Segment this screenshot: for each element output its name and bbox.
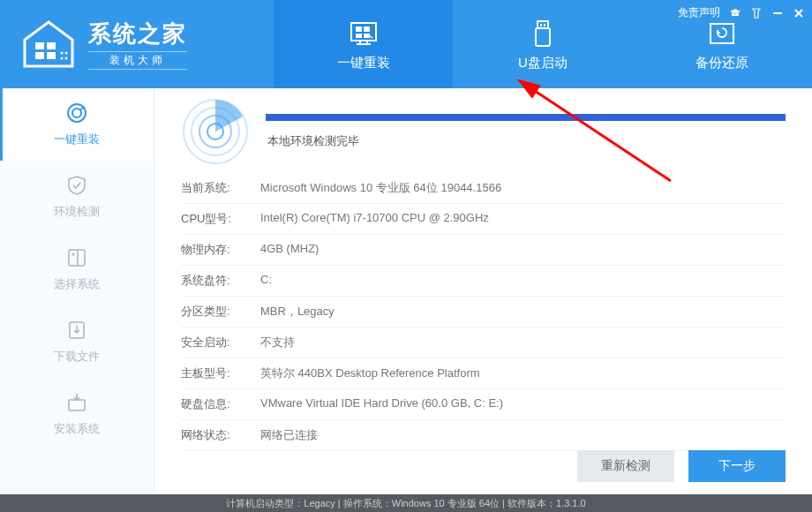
info-label: 网络状态: (181, 427, 260, 443)
svg-rect-26 (69, 250, 85, 266)
sidebar: 一键重装 环境检测 选择系统 下载文件 安装系统 (0, 88, 154, 494)
info-row: 硬盘信息:VMware Virtual IDE Hard Drive (60.0… (181, 389, 786, 420)
hat-icon[interactable] (729, 7, 741, 19)
topbar-right: 免责声明 (678, 5, 805, 20)
info-value: 不支持 (260, 335, 786, 350)
sidebar-label: 安装系统 (54, 421, 100, 437)
svg-rect-0 (35, 42, 44, 49)
tab-reinstall[interactable]: 一键重装 (274, 0, 453, 88)
rescan-button[interactable]: 重新检测 (577, 450, 674, 482)
svg-rect-18 (544, 24, 545, 26)
info-label: 分区类型: (181, 304, 260, 320)
svg-rect-10 (364, 26, 370, 32)
sidebar-item-reinstall[interactable]: 一键重装 (0, 88, 154, 161)
info-label: 安全启动: (181, 335, 260, 350)
backup-icon (706, 18, 738, 49)
svg-rect-29 (69, 400, 85, 410)
radar-icon (181, 97, 250, 166)
disclaimer-link[interactable]: 免责声明 (678, 5, 720, 20)
tab-label: U盘启动 (518, 55, 568, 72)
main-content: 本地环境检测完毕 当前系统:Microsoft Windows 10 专业版 6… (154, 88, 812, 494)
sidebar-label: 选择系统 (54, 276, 100, 292)
info-label: 当前系统: (181, 180, 260, 196)
header: 系统之家 装机大师 一键重装 U盘启动 备份还原 免责声明 (0, 0, 812, 88)
svg-rect-2 (35, 52, 44, 59)
svg-rect-11 (356, 34, 362, 38)
info-value: MBR，Legacy (260, 304, 786, 320)
svg-point-6 (61, 57, 64, 60)
info-value: C: (260, 273, 786, 289)
shield-icon (65, 174, 88, 197)
progress-bar (266, 114, 786, 121)
sidebar-item-select-system[interactable]: 选择系统 (0, 233, 154, 305)
minimize-icon[interactable] (771, 7, 784, 19)
tab-label: 备份还原 (695, 55, 748, 72)
info-row: 网络状态:网络已连接 (181, 420, 786, 451)
monitor-icon (348, 18, 380, 49)
sidebar-item-env-check[interactable]: 环境检测 (0, 161, 154, 233)
logo-area: 系统之家 装机大师 (0, 0, 274, 88)
info-value: VMware Virtual IDE Hard Drive (60.0 GB, … (260, 396, 786, 412)
download-icon (65, 319, 88, 342)
svg-rect-20 (710, 24, 733, 43)
svg-rect-19 (536, 28, 550, 46)
scan-status: 本地环境检测完毕 (267, 133, 786, 149)
logo-subtitle: 装机大师 (88, 51, 187, 70)
info-label: 系统盘符: (181, 273, 260, 289)
svg-rect-16 (538, 21, 548, 28)
info-value: Microsoft Windows 10 专业版 64位 19044.1566 (260, 180, 786, 196)
sidebar-label: 一键重装 (54, 132, 100, 147)
info-value: Intel(R) Core(TM) i7-10700 CPU @ 2.90GHz (260, 211, 786, 227)
sidebar-label: 环境检测 (54, 204, 100, 220)
svg-point-24 (68, 104, 86, 122)
close-icon[interactable] (793, 7, 805, 19)
svg-point-4 (61, 52, 64, 55)
info-label: 硬盘信息: (181, 396, 260, 412)
tab-label: 一键重装 (337, 55, 390, 72)
tab-usb-boot[interactable]: U盘启动 (453, 0, 632, 88)
info-label: 主板型号: (181, 365, 260, 381)
select-icon (65, 246, 88, 269)
svg-point-5 (65, 52, 68, 55)
sidebar-label: 下载文件 (54, 349, 100, 365)
info-row: 主板型号:英特尔 440BX Desktop Reference Platfor… (181, 358, 786, 389)
next-button[interactable]: 下一步 (688, 450, 786, 482)
theme-icon[interactable] (750, 7, 763, 19)
info-value: 4GB (MHZ) (260, 242, 786, 258)
info-row: 物理内存:4GB (MHZ) (181, 235, 786, 266)
info-row: CPU型号:Intel(R) Core(TM) i7-10700 CPU @ 2… (181, 204, 786, 235)
logo-title: 系统之家 (88, 19, 187, 49)
install-icon (65, 391, 88, 414)
svg-rect-1 (47, 42, 56, 49)
target-icon (65, 102, 88, 124)
info-row: 安全启动:不支持 (181, 328, 786, 358)
footer-status: 计算机启动类型：Legacy | 操作系统：Windows 10 专业版 64位… (0, 494, 812, 512)
sidebar-item-install[interactable]: 安装系统 (0, 378, 154, 450)
svg-point-27 (72, 253, 75, 256)
info-row: 系统盘符:C: (181, 266, 786, 297)
sidebar-item-download[interactable]: 下载文件 (0, 305, 154, 378)
info-label: 物理内存: (181, 242, 260, 258)
info-value: 英特尔 440BX Desktop Reference Platform (260, 365, 786, 381)
info-row: 当前系统:Microsoft Windows 10 专业版 64位 19044.… (181, 173, 786, 204)
svg-point-7 (65, 57, 68, 60)
info-label: CPU型号: (181, 211, 260, 227)
info-table: 当前系统:Microsoft Windows 10 专业版 64位 19044.… (181, 173, 786, 451)
logo-icon (18, 18, 79, 71)
svg-rect-3 (47, 52, 56, 59)
usb-icon (527, 18, 559, 49)
svg-rect-9 (356, 26, 362, 32)
info-row: 分区类型:MBR，Legacy (181, 297, 786, 328)
svg-rect-17 (540, 24, 542, 26)
info-value: 网络已连接 (260, 427, 786, 443)
